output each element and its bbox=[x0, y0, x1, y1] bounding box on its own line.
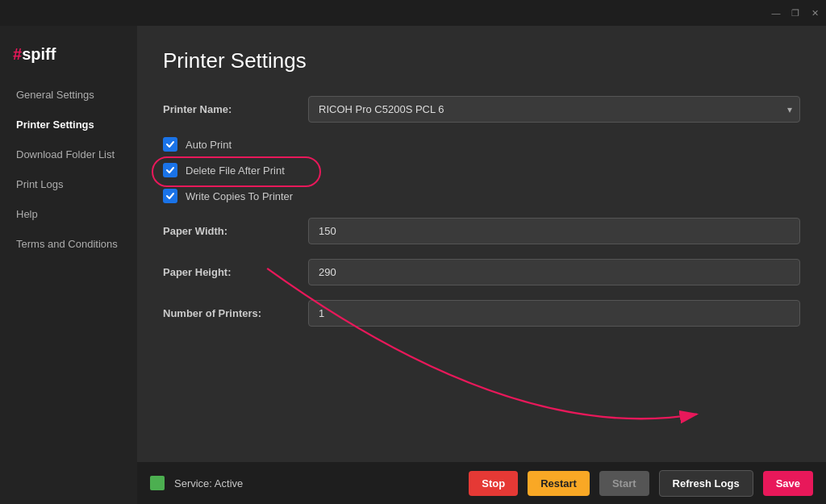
title-bar: — ❐ ✕ bbox=[0, 0, 826, 26]
sidebar-item-download-folder-list[interactable]: Download Folder List bbox=[3, 140, 134, 169]
service-status-text: Service: Active bbox=[174, 477, 243, 489]
paper-width-row: Paper Width: bbox=[163, 218, 800, 244]
sidebar-item-general-settings[interactable]: General Settings bbox=[3, 81, 134, 109]
printer-name-select[interactable]: RICOH Pro C5200S PCL 6 bbox=[308, 96, 800, 123]
paper-height-label: Paper Height: bbox=[163, 266, 308, 278]
minimize-button[interactable]: — bbox=[771, 8, 781, 18]
write-copies-label: Write Copies To Printer bbox=[186, 190, 293, 202]
start-button: Start bbox=[599, 471, 649, 496]
main-content: Printer Settings Printer Name: RICOH Pro… bbox=[137, 26, 826, 504]
save-button[interactable]: Save bbox=[763, 471, 813, 496]
auto-print-checkbox[interactable] bbox=[163, 137, 177, 152]
number-of-printers-input[interactable] bbox=[308, 300, 800, 327]
sidebar-item-printer-settings[interactable]: Printer Settings bbox=[3, 110, 134, 139]
delete-file-label: Delete File After Print bbox=[186, 165, 285, 177]
app-logo: #spiff bbox=[0, 39, 137, 80]
paper-width-label: Paper Width: bbox=[163, 225, 308, 237]
delete-file-row: Delete File After Print bbox=[163, 163, 800, 177]
service-status-indicator bbox=[150, 476, 165, 490]
checkmark-icon bbox=[165, 140, 175, 149]
delete-file-checkbox[interactable] bbox=[163, 163, 177, 177]
sidebar-item-terms-and-conditions[interactable]: Terms and Conditions bbox=[3, 230, 134, 258]
sidebar-item-help[interactable]: Help bbox=[3, 200, 134, 228]
paper-height-input[interactable] bbox=[308, 259, 800, 285]
write-copies-row: Write Copies To Printer bbox=[163, 189, 800, 203]
printer-name-label: Printer Name: bbox=[163, 103, 308, 115]
restart-button[interactable]: Restart bbox=[528, 471, 590, 496]
write-copies-checkbox[interactable] bbox=[163, 189, 177, 203]
auto-print-row: Auto Print bbox=[163, 137, 800, 152]
stop-button[interactable]: Stop bbox=[469, 471, 518, 496]
paper-width-input[interactable] bbox=[308, 218, 800, 244]
maximize-button[interactable]: ❐ bbox=[791, 8, 800, 18]
logo-hash: # bbox=[13, 45, 22, 63]
checkbox-group: Auto Print Delete File After Print bbox=[163, 137, 800, 203]
auto-print-label: Auto Print bbox=[186, 139, 232, 151]
sidebar-item-print-logs[interactable]: Print Logs bbox=[3, 170, 134, 198]
sidebar: #spiff General Settings Printer Settings… bbox=[0, 26, 137, 504]
close-button[interactable]: ✕ bbox=[810, 8, 820, 18]
status-bar: Service: Active Stop Restart Start Refre… bbox=[137, 462, 826, 504]
checkmark-icon bbox=[165, 191, 175, 201]
number-of-printers-row: Number of Printers: bbox=[163, 300, 800, 327]
logo-text: spiff bbox=[22, 45, 56, 63]
refresh-logs-button[interactable]: Refresh Logs bbox=[659, 470, 753, 497]
checkmark-icon bbox=[165, 165, 175, 175]
page-title: Printer Settings bbox=[163, 48, 800, 73]
printer-name-row: Printer Name: RICOH Pro C5200S PCL 6 ▾ bbox=[163, 96, 800, 123]
number-of-printers-label: Number of Printers: bbox=[163, 307, 308, 319]
paper-height-row: Paper Height: bbox=[163, 259, 800, 285]
printer-name-select-wrapper: RICOH Pro C5200S PCL 6 ▾ bbox=[308, 96, 800, 123]
